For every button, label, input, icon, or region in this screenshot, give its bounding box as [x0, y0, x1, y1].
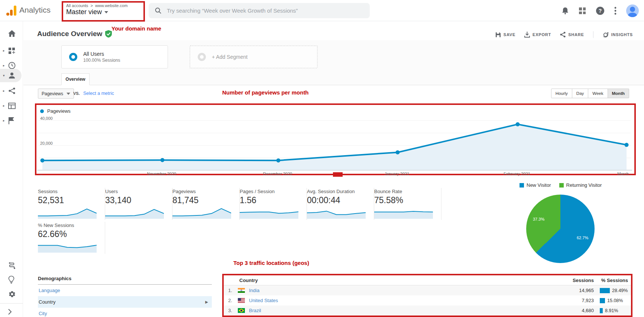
legend-swatch-icon: [559, 183, 564, 188]
segment-all-users[interactable]: All Users 100.00% Sessions: [61, 45, 168, 68]
demographics-link[interactable]: City: [39, 311, 47, 316]
column-header-pct-sessions[interactable]: % Sessions: [601, 278, 628, 283]
search-icon: [155, 7, 162, 14]
customization-icon: [8, 47, 15, 54]
sidebar-item-customization[interactable]: ▸: [0, 44, 23, 57]
breadcrumb-domain[interactable]: www.website.com: [95, 3, 127, 8]
lightbulb-icon: [8, 276, 14, 284]
sidebar-item-attribution[interactable]: [0, 259, 23, 272]
metric-pages-per-session[interactable]: Pages / Session 1.56: [240, 188, 307, 220]
select-a-metric-link[interactable]: Select a metric: [83, 91, 114, 96]
demographics-item-city[interactable]: City: [38, 308, 212, 317]
chevron-down-icon: [67, 93, 70, 95]
segment-ring-icon: [69, 53, 77, 61]
flag-icon: [8, 117, 15, 124]
x-axis-label: February 2021: [504, 172, 530, 176]
metric-label: Bounce Rate: [374, 189, 436, 194]
metric-value: 33,140: [105, 195, 167, 205]
sidebar-item-audience[interactable]: ▾: [0, 69, 23, 82]
sidebar-item-admin[interactable]: [0, 288, 23, 300]
sidebar-item-home[interactable]: [0, 27, 23, 40]
sidebar-item-acquisition[interactable]: ▸: [0, 84, 23, 97]
metric-avg-session-duration[interactable]: Avg. Session Duration 00:00:44: [307, 188, 374, 220]
annotation-box-domain: All accounts > www.website.com Master vi…: [62, 1, 145, 22]
visitor-pie[interactable]: [526, 195, 595, 263]
view-selector[interactable]: Master view: [66, 8, 140, 16]
export-button[interactable]: EXPORT: [524, 32, 551, 38]
granularity-week[interactable]: Week: [588, 89, 608, 98]
metric-users[interactable]: Users 33,140: [105, 188, 172, 220]
apps-grid-icon[interactable]: [579, 7, 586, 15]
table-row[interactable]: 1. India 14,965 28.49%: [224, 285, 631, 295]
brazil-flag-icon: [238, 308, 245, 313]
metric-pageviews[interactable]: Pageviews 81,745: [172, 188, 240, 220]
google-analytics-app: Analytics All accounts > www.website.com…: [0, 0, 644, 317]
india-flag-icon: [238, 288, 245, 293]
metrics-row: Sessions 52,531 Users 33,140 Pageviews 8…: [38, 188, 441, 220]
demographics-link[interactable]: Language: [39, 288, 60, 293]
share-icon: [560, 32, 566, 38]
column-header-country[interactable]: Country: [239, 278, 258, 283]
notifications-bell-icon[interactable]: [562, 7, 569, 15]
expand-caret-icon: ▸: [3, 89, 5, 93]
table-row[interactable]: 2. United States 7,923 15.08%: [224, 295, 631, 305]
table-row[interactable]: 3. Brazil 4,680 8.91%: [224, 305, 631, 316]
behavior-icon: [8, 103, 16, 109]
collapse-caret-icon: ▾: [3, 74, 5, 77]
help-icon[interactable]: ?: [596, 6, 605, 15]
pie-slice-label: 62.7%: [577, 236, 588, 240]
metric-dropdown-value: Pageviews: [42, 91, 63, 96]
sidebar-item-behavior[interactable]: ▸: [0, 99, 23, 112]
add-segment-label: + Add Segment: [212, 54, 247, 60]
sessions-value: 7,923: [582, 298, 594, 303]
sessions-value: 14,965: [579, 288, 594, 293]
chart-legend: Pageviews: [40, 108, 71, 114]
country-link[interactable]: Brazil: [249, 308, 261, 313]
column-header-sessions[interactable]: Sessions: [573, 278, 594, 283]
expand-caret-icon: ▸: [3, 49, 5, 52]
metric-bounce-rate[interactable]: Bounce Rate 75.58%: [374, 188, 441, 220]
legend-label: New Visitor: [527, 182, 551, 188]
export-icon: [524, 32, 530, 38]
demographics-item-language[interactable]: Language: [38, 285, 212, 296]
save-button[interactable]: SAVE: [495, 32, 515, 38]
metric-new-sessions[interactable]: % New Sessions 62.66%: [38, 222, 105, 254]
metric-sessions[interactable]: Sessions 52,531: [38, 188, 105, 220]
segment-subtitle: 100.00% Sessions: [83, 58, 120, 63]
demographics-item-country[interactable]: Country ▶: [38, 296, 212, 308]
sidebar-collapse-button[interactable]: [0, 305, 23, 317]
legend-returning-visitor: Returning Visitor: [559, 182, 602, 188]
pct-bar: [600, 298, 605, 303]
insights-label: INSIGHTS: [611, 32, 633, 37]
more-vertical-icon[interactable]: [614, 6, 617, 15]
geo-table-header: Country Sessions % Sessions: [224, 275, 631, 285]
granularity-month[interactable]: Month: [608, 89, 629, 98]
sidebar-item-conversions[interactable]: ▸: [0, 114, 23, 127]
granularity-switcher: Hourly Day Week Month: [551, 89, 629, 98]
view-name[interactable]: Master view: [66, 8, 102, 16]
breadcrumb-account[interactable]: All accounts: [66, 3, 88, 8]
insights-button[interactable]: INSIGHTS: [602, 32, 633, 38]
sidebar-item-discover[interactable]: [0, 273, 23, 286]
pageviews-line-svg[interactable]: [37, 115, 632, 172]
export-label: EXPORT: [533, 32, 551, 37]
country-link[interactable]: India: [249, 288, 259, 293]
country-link[interactable]: United States: [249, 298, 278, 303]
annotation-mark: [333, 172, 343, 177]
metric-dropdown[interactable]: Pageviews: [38, 89, 74, 99]
segment-strip: All Users 100.00% Sessions + Add Segment…: [23, 40, 644, 85]
share-button[interactable]: SHARE: [560, 32, 584, 38]
search-input[interactable]: [167, 7, 360, 14]
analytics-logo-icon[interactable]: [6, 5, 17, 16]
segment-ring-icon: [198, 53, 206, 61]
sparkline-chart: [374, 206, 433, 219]
granularity-hourly[interactable]: Hourly: [551, 89, 572, 98]
search-bar[interactable]: [149, 3, 370, 18]
add-segment-button[interactable]: + Add Segment: [190, 45, 318, 68]
granularity-day[interactable]: Day: [572, 89, 588, 98]
sparkline-chart: [307, 206, 366, 219]
user-avatar[interactable]: [626, 4, 639, 17]
breadcrumb[interactable]: All accounts > www.website.com: [66, 3, 140, 8]
row-rank: 1.: [228, 288, 232, 293]
tab-overview[interactable]: Overview: [61, 73, 90, 85]
